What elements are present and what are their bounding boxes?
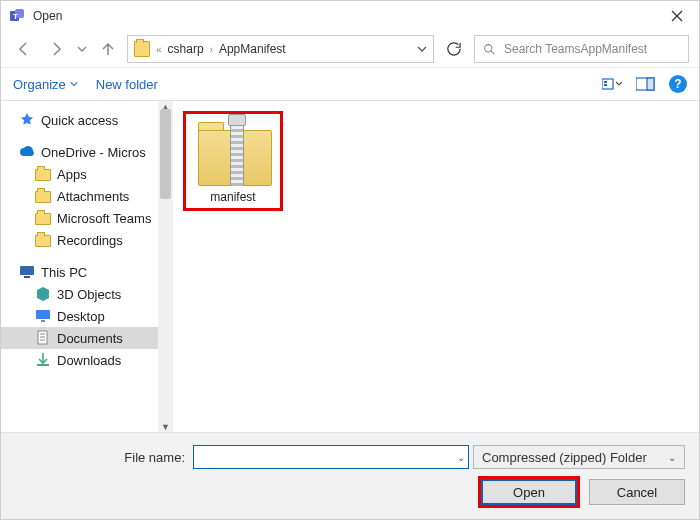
recent-locations-button[interactable] <box>75 36 89 62</box>
breadcrumb-item[interactable]: csharp <box>168 42 204 56</box>
breadcrumb-prefix: « <box>156 44 162 55</box>
folder-icon <box>35 191 51 203</box>
address-bar[interactable]: « csharp › AppManifest <box>127 35 434 63</box>
svg-rect-14 <box>36 310 50 319</box>
organize-label: Organize <box>13 77 66 92</box>
new-folder-button[interactable]: New folder <box>96 77 158 92</box>
app-icon: T <box>9 8 25 24</box>
titlebar: T Open <box>1 1 699 31</box>
tree-item[interactable]: Apps <box>1 163 173 185</box>
tree-item[interactable]: Recordings <box>1 229 173 251</box>
window-close-button[interactable] <box>654 1 699 31</box>
cube-icon <box>35 286 51 302</box>
forward-button[interactable] <box>43 36 69 62</box>
up-button[interactable] <box>95 36 121 62</box>
filter-label: Compressed (zipped) Folder <box>482 450 647 465</box>
tree-item[interactable]: Downloads <box>1 349 173 371</box>
cloud-icon <box>19 144 35 160</box>
arrow-left-icon <box>16 41 32 57</box>
navigation-tree[interactable]: Quick access OneDrive - Micros Apps Atta… <box>1 101 173 432</box>
pc-icon <box>19 264 35 280</box>
chevron-down-icon <box>77 44 87 54</box>
bottom-panel: File name: ⌄ Compressed (zipped) Folder … <box>1 433 699 519</box>
file-type-filter[interactable]: Compressed (zipped) Folder ⌄ <box>473 445 685 469</box>
sidebar-scrollbar[interactable]: ▲ ▼ <box>158 101 173 432</box>
tree-item[interactable]: 3D Objects <box>1 283 173 305</box>
search-icon <box>483 43 496 56</box>
close-icon <box>671 10 683 22</box>
tree-item[interactable]: Attachments <box>1 185 173 207</box>
open-button[interactable]: Open <box>481 479 577 505</box>
svg-point-5 <box>485 44 492 51</box>
svg-rect-11 <box>647 78 654 90</box>
search-box[interactable] <box>474 35 689 63</box>
filename-label: File name: <box>15 450 185 465</box>
chevron-down-icon <box>70 80 78 88</box>
preview-pane-icon <box>636 77 656 91</box>
folder-icon <box>35 235 51 247</box>
search-input[interactable] <box>502 41 680 57</box>
tree-item[interactable]: Microsoft Teams <box>1 207 173 229</box>
desktop-icon <box>35 308 51 324</box>
tree-quick-access[interactable]: Quick access <box>1 109 173 131</box>
toolbar: Organize New folder ? <box>1 67 699 101</box>
view-options-button[interactable] <box>601 75 623 93</box>
address-dropdown-button[interactable] <box>417 44 427 54</box>
navigation-row: « csharp › AppManifest <box>1 31 699 67</box>
chevron-right-icon: › <box>210 44 213 55</box>
refresh-button[interactable] <box>440 35 468 63</box>
svg-rect-9 <box>604 84 607 86</box>
svg-line-6 <box>491 51 494 54</box>
folder-icon <box>35 169 51 181</box>
svg-rect-12 <box>20 266 34 275</box>
open-dialog: T Open « csharp › AppManifest <box>0 0 700 520</box>
preview-pane-button[interactable] <box>635 75 657 93</box>
chevron-down-icon <box>417 44 427 54</box>
file-list[interactable]: manifest <box>173 101 699 432</box>
tree-onedrive[interactable]: OneDrive - Micros <box>1 141 173 163</box>
svg-rect-8 <box>604 81 607 83</box>
arrow-right-icon <box>48 41 64 57</box>
view-icon <box>602 77 622 91</box>
tree-item[interactable]: Desktop <box>1 305 173 327</box>
folder-icon <box>35 213 51 225</box>
help-button[interactable]: ? <box>669 75 687 93</box>
refresh-icon <box>447 42 461 56</box>
documents-icon <box>35 330 51 346</box>
folder-icon <box>134 41 150 57</box>
main-area: Quick access OneDrive - Micros Apps Atta… <box>1 101 699 433</box>
file-label: manifest <box>210 190 255 204</box>
svg-text:T: T <box>13 12 18 21</box>
scrollbar-thumb[interactable] <box>160 109 171 199</box>
dialog-actions: Open Cancel <box>15 479 685 505</box>
arrow-up-icon <box>100 41 116 57</box>
breadcrumb-item[interactable]: AppManifest <box>219 42 286 56</box>
window-title: Open <box>33 9 654 23</box>
chevron-down-icon: ⌄ <box>668 452 676 463</box>
tree-this-pc[interactable]: This PC <box>1 261 173 283</box>
back-button[interactable] <box>11 36 37 62</box>
svg-rect-20 <box>37 364 49 366</box>
svg-rect-7 <box>602 79 613 89</box>
file-item-manifest[interactable]: manifest <box>183 111 283 211</box>
cancel-button[interactable]: Cancel <box>589 479 685 505</box>
filename-input[interactable] <box>193 445 469 469</box>
downloads-icon <box>35 352 51 368</box>
svg-rect-15 <box>41 320 45 322</box>
organize-menu[interactable]: Organize <box>13 77 78 92</box>
svg-rect-13 <box>24 276 30 278</box>
zip-folder-icon <box>194 118 272 186</box>
scroll-down-icon[interactable]: ▼ <box>158 419 173 432</box>
star-icon <box>19 112 35 128</box>
help-icon: ? <box>674 77 681 91</box>
tree-item-documents[interactable]: Documents <box>1 327 173 349</box>
